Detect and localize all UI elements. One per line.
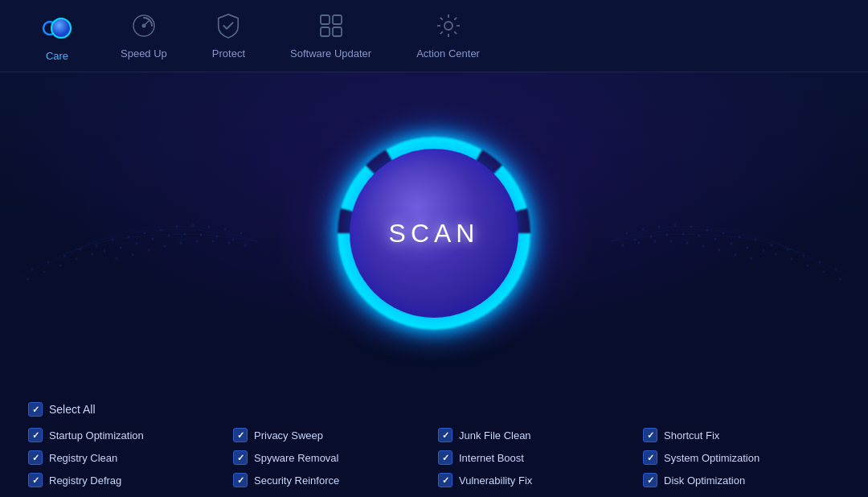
- svg-point-25: [128, 236, 130, 239]
- scan-button[interactable]: SCAN: [350, 149, 518, 318]
- checkbox-shortcut-fix[interactable]: ✓: [643, 428, 657, 442]
- checkbox-row-shortcut-fix: ✓Shortcut Fix: [643, 428, 840, 442]
- checkbox-row-registry-clean: ✓Registry Clean: [28, 450, 225, 465]
- svg-point-49: [31, 269, 34, 271]
- svg-point-78: [702, 245, 705, 248]
- checkbox-label-internet-boost: Internet Boost: [459, 452, 524, 464]
- svg-point-87: [775, 253, 777, 256]
- nav-label-action-center: Action Center: [416, 47, 480, 60]
- svg-point-64: [634, 239, 637, 241]
- svg-point-53: [43, 271, 46, 273]
- nav-item-care[interactable]: Care: [16, 2, 98, 70]
- svg-point-79: [719, 249, 721, 252]
- checkbox-label-disk-opt: Disk Optimization: [664, 474, 745, 487]
- svg-line-17: [440, 31, 442, 34]
- svg-point-88: [791, 258, 793, 261]
- speed-up-icon: [131, 13, 157, 44]
- svg-point-37: [228, 242, 231, 244]
- svg-point-86: [835, 269, 837, 271]
- svg-point-82: [771, 244, 773, 247]
- checkmark-icon: ✓: [647, 453, 654, 463]
- wing-right: [595, 153, 852, 330]
- svg-point-42: [148, 249, 150, 252]
- checkbox-label-registry-defrag: Registry Defrag: [49, 474, 121, 487]
- svg-point-66: [666, 234, 669, 236]
- scan-button-container[interactable]: SCAN: [338, 137, 530, 330]
- svg-rect-6: [333, 15, 342, 24]
- checkmark-icon: ✓: [647, 475, 654, 486]
- checkmark-icon: ✓: [32, 430, 39, 441]
- nav-item-action-center[interactable]: Action Center: [394, 5, 502, 68]
- checkbox-internet-boost[interactable]: ✓: [438, 450, 452, 465]
- checkbox-label-system-opt: System Optimization: [664, 452, 760, 464]
- checkbox-registry-clean[interactable]: ✓: [28, 450, 43, 465]
- select-all-checkbox[interactable]: ✓: [28, 402, 43, 417]
- nav-item-speed-up[interactable]: Speed Up: [98, 5, 190, 68]
- svg-point-52: [59, 265, 62, 267]
- checkbox-row-startup-opt: ✓Startup Optimization: [28, 428, 225, 442]
- svg-point-33: [136, 243, 138, 245]
- svg-point-22: [176, 226, 178, 228]
- svg-point-72: [763, 250, 765, 253]
- checkbox-startup-opt[interactable]: ✓: [28, 428, 43, 442]
- svg-point-32: [152, 238, 154, 240]
- checkmark-icon: ✓: [32, 453, 39, 463]
- svg-point-36: [244, 244, 247, 247]
- svg-point-91: [839, 278, 841, 281]
- svg-point-67: [682, 233, 685, 236]
- svg-point-84: [803, 255, 805, 257]
- checkbox-vulnerability-fix[interactable]: ✓: [438, 473, 452, 487]
- checkbox-row-junk-file: ✓Junk File Clean: [438, 428, 635, 442]
- svg-point-47: [63, 255, 66, 257]
- svg-point-77: [686, 242, 689, 244]
- checkbox-system-opt[interactable]: ✓: [643, 450, 657, 465]
- svg-rect-7: [321, 27, 330, 36]
- checkbox-grid: ✓Startup Optimization✓Privacy Sweep✓Junk…: [28, 428, 840, 487]
- checkbox-label-junk-file: Junk File Clean: [459, 429, 531, 442]
- checkbox-label-startup-opt: Startup Optimization: [49, 429, 144, 442]
- checkbox-row-registry-defrag: ✓Registry Defrag: [28, 473, 225, 487]
- checkbox-disk-opt[interactable]: ✓: [643, 473, 657, 487]
- svg-point-81: [751, 257, 753, 260]
- checkbox-privacy-sweep[interactable]: ✓: [233, 428, 248, 442]
- svg-point-1: [51, 18, 71, 38]
- svg-point-21: [192, 224, 194, 227]
- select-all-label: Select All: [49, 403, 96, 416]
- checkmark-icon: ✓: [647, 430, 654, 441]
- svg-point-75: [654, 240, 657, 243]
- checkbox-spyware-removal[interactable]: ✓: [233, 450, 248, 465]
- select-all-row: ✓ Select All: [28, 402, 840, 417]
- svg-point-27: [232, 239, 235, 241]
- checkbox-row-system-opt: ✓System Optimization: [643, 450, 840, 465]
- svg-point-35: [104, 250, 106, 253]
- checkbox-row-disk-opt: ✓Disk Optimization: [643, 473, 840, 487]
- svg-point-18: [240, 232, 243, 235]
- svg-point-38: [212, 240, 215, 243]
- checkbox-row-internet-boost: ✓Internet Boost: [438, 450, 635, 465]
- checkmark-icon: ✓: [237, 430, 244, 441]
- checkmark-icon: ✓: [237, 453, 244, 463]
- checkbox-junk-file[interactable]: ✓: [438, 428, 452, 442]
- checkbox-registry-defrag[interactable]: ✓: [28, 473, 43, 487]
- svg-point-90: [823, 271, 825, 273]
- checkmark-icon: ✓: [32, 405, 39, 415]
- svg-point-30: [184, 233, 186, 236]
- svg-point-20: [208, 226, 211, 228]
- checkboxes-area: ✓ Select All ✓Startup Optimization✓Priva…: [0, 391, 868, 497]
- checkbox-label-vulnerability-fix: Vulnerability Fix: [459, 474, 532, 487]
- nav-label-protect: Protect: [212, 47, 245, 60]
- checkbox-row-privacy-sweep: ✓Privacy Sweep: [233, 428, 430, 442]
- software-updater-icon: [318, 13, 344, 44]
- nav-item-protect[interactable]: Protect: [190, 5, 268, 68]
- nav-label-care: Care: [46, 50, 68, 62]
- checkbox-label-security-reinforce: Security Reinforce: [254, 474, 339, 487]
- svg-point-76: [670, 240, 673, 243]
- checkbox-label-registry-clean: Registry Clean: [49, 452, 117, 464]
- svg-point-9: [444, 22, 452, 30]
- nav-item-software-updater[interactable]: Software Updater: [268, 5, 394, 68]
- svg-point-46: [80, 249, 82, 251]
- svg-point-85: [819, 261, 821, 264]
- svg-point-45: [96, 244, 98, 247]
- checkbox-security-reinforce[interactable]: ✓: [233, 473, 248, 487]
- svg-point-71: [747, 247, 749, 249]
